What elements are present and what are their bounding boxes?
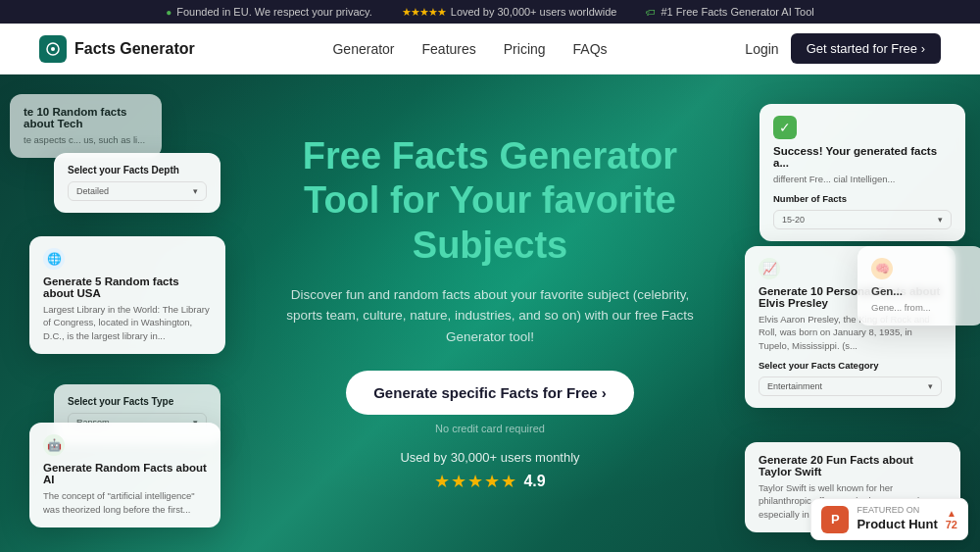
dot-icon-2: 🏷	[646, 7, 656, 18]
top-bar: ● Founded in EU. We respect your privacy…	[0, 0, 980, 24]
generate-button[interactable]: Generate specific Facts for Free ›	[346, 371, 634, 415]
check-icon: ✓	[773, 116, 797, 139]
rating: ★★★★★ 4.9	[284, 471, 696, 492]
get-started-button[interactable]: Get started for Free ›	[791, 33, 941, 64]
number-of-facts-select[interactable]: 15-20 ▾	[773, 210, 952, 229]
login-button[interactable]: Login	[745, 41, 778, 57]
card-tech-facts: te 10 Random facts about Tech te aspects…	[10, 94, 162, 158]
logo-text: Facts Generator	[74, 40, 195, 58]
card-usa-facts: 🌐 Generate 5 Random facts about USA Larg…	[29, 236, 225, 354]
svg-point-1	[51, 47, 55, 51]
hero-title: Free Facts Generator Tool for Your favor…	[284, 134, 696, 269]
hero-content: Free Facts Generator Tool for Your favor…	[284, 134, 696, 493]
nav-generator[interactable]: Generator	[332, 41, 394, 57]
nav-faqs[interactable]: FAQs	[573, 41, 608, 57]
rating-score: 4.9	[523, 473, 545, 490]
topbar-item-3: 🏷 #1 Free Facts Generator AI Tool	[646, 6, 813, 18]
hero-subtitle: Discover fun and random facts about your…	[284, 284, 696, 348]
rating-stars: ★★★★★	[434, 471, 517, 492]
facts-depth-select[interactable]: Detailed ▾	[68, 181, 207, 201]
globe-icon: 🌐	[43, 248, 65, 270]
card-ai-facts: 🤖 Generate Random Facts about AI The con…	[29, 423, 220, 527]
product-hunt-text: FEATURED ON Product Hunt	[857, 505, 937, 533]
card-success: ✓ Success! Your generated facts a... dif…	[760, 104, 965, 241]
nav-links: Generator Features Pricing FAQs	[332, 41, 607, 57]
topbar-item-2: ★★★★★ Loved by 30,000+ users worldwide	[402, 6, 617, 19]
nav-features[interactable]: Features	[422, 41, 476, 57]
hero-section: te 10 Random facts about Tech te aspects…	[0, 75, 980, 552]
product-hunt-logo: P	[821, 506, 849, 533]
nav-pricing[interactable]: Pricing	[504, 41, 546, 57]
facts-category-select[interactable]: Entertainment ▾	[759, 376, 942, 396]
product-hunt-badge[interactable]: P FEATURED ON Product Hunt ▲ 72	[810, 498, 968, 540]
trend-icon: 📈	[759, 258, 780, 279]
topbar-item-1: ● Founded in EU. We respect your privacy…	[166, 6, 372, 18]
navbar: Facts Generator Generator Features Prici…	[0, 24, 980, 75]
nav-actions: Login Get started for Free ›	[745, 33, 941, 64]
users-count: Used by 30,000+ users monthly	[284, 450, 696, 465]
logo-icon	[39, 35, 67, 63]
logo[interactable]: Facts Generator	[39, 35, 195, 63]
dot-icon: ●	[166, 7, 172, 18]
card-facts-depth: Select your Facts Depth Detailed ▾	[54, 153, 220, 213]
robot-icon: 🤖	[43, 434, 65, 456]
card-gen-right: 🧠 Gen... Gene... from...	[858, 246, 980, 326]
brain-icon: 🧠	[871, 258, 893, 279]
no-credit-text: No credit card required	[284, 423, 696, 434]
product-hunt-count: ▲ 72	[946, 508, 957, 530]
